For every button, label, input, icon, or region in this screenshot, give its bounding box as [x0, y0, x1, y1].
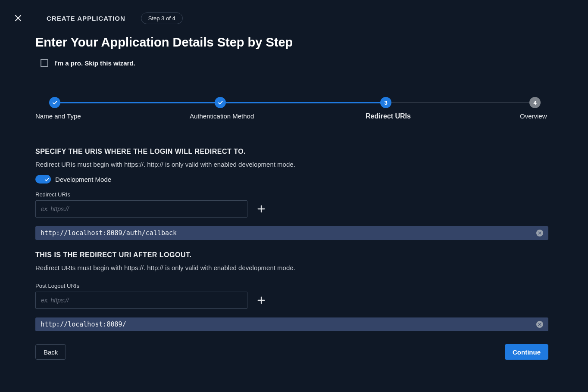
step-node-4: 4	[529, 97, 541, 108]
redirect-section-desc: Redirect URIs must begin with https://. …	[35, 161, 553, 168]
logout-section-desc: Redirect URIs must begin with https://. …	[35, 264, 553, 271]
step-node-2[interactable]	[215, 97, 226, 108]
redirect-section-title: SPECIFY THE URIS WHERE THE LOGIN WILL RE…	[35, 148, 553, 156]
step-label-4: Overview	[520, 112, 547, 120]
check-icon	[42, 175, 51, 184]
skip-wizard-label: I'm a pro. Skip this wizard.	[54, 59, 135, 67]
development-mode-toggle[interactable]	[35, 175, 51, 184]
close-icon[interactable]	[12, 12, 24, 24]
step-indicator-pill: Step 3 of 4	[141, 12, 183, 24]
skip-wizard-checkbox[interactable]	[41, 59, 48, 67]
step-node-1[interactable]	[49, 97, 60, 108]
remove-post-logout-uri-button[interactable]	[536, 321, 543, 328]
logout-field-label: Post Logout URIs	[35, 283, 553, 289]
step-4-number: 4	[533, 100, 536, 106]
step-label-1: Name and Type	[35, 112, 81, 120]
redirect-field-label: Redirect URIs	[35, 191, 553, 198]
page-title: Enter Your Application Details Step by S…	[35, 35, 553, 50]
page-breadcrumb-title: CREATE APPLICATION	[47, 15, 125, 22]
development-mode-label: Development Mode	[55, 176, 111, 183]
redirect-uri-chip-text: http://localhost:8089/auth/callback	[41, 229, 177, 237]
step-3-number: 3	[384, 100, 387, 106]
step-node-3[interactable]: 3	[380, 97, 391, 108]
add-redirect-uri-button[interactable]	[255, 203, 267, 215]
progress-stepper: Name and Type Authentication Method 3 Re…	[35, 97, 553, 127]
post-logout-uri-chip: http://localhost:8089/	[35, 317, 548, 331]
step-label-3: Redirect URIs	[366, 112, 411, 120]
back-button[interactable]: Back	[35, 344, 66, 360]
redirect-uri-input[interactable]	[35, 200, 247, 218]
add-post-logout-uri-button[interactable]	[255, 294, 267, 306]
continue-button[interactable]: Continue	[505, 344, 548, 360]
remove-redirect-uri-button[interactable]	[536, 230, 543, 236]
step-label-2: Authentication Method	[190, 112, 254, 120]
logout-section-title: THIS IS THE REDIRECT URI AFTER LOGOUT.	[35, 251, 553, 259]
redirect-uri-chip: http://localhost:8089/auth/callback	[35, 226, 548, 240]
post-logout-uri-input[interactable]	[35, 292, 247, 309]
post-logout-uri-chip-text: http://localhost:8089/	[41, 320, 126, 328]
